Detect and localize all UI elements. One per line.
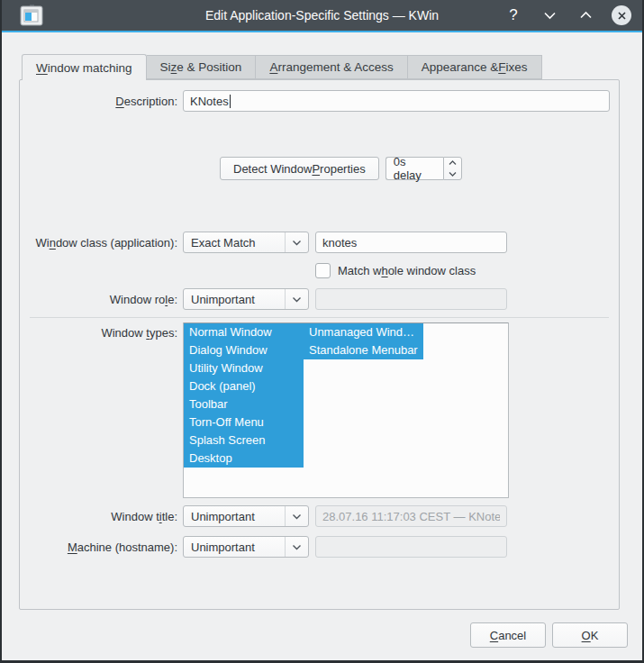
chevron-down-icon (543, 11, 557, 20)
description-input[interactable]: KNotes (183, 90, 610, 112)
minimize-button[interactable] (540, 5, 559, 25)
tab-bar: Window matching Size & Position Arrangem… (22, 53, 542, 79)
window-types-label: Window types: (20, 322, 177, 340)
chevron-down-icon (292, 240, 302, 246)
help-button[interactable]: ? (503, 5, 523, 25)
chevron-down-icon (449, 171, 457, 177)
chevron-up-icon (579, 11, 593, 20)
cancel-button[interactable]: Cancel (470, 622, 546, 648)
window-types-column: Normal WindowDialog WindowUtility Window… (184, 323, 304, 468)
tab-appearance-fixes[interactable]: Appearance & Fixes (408, 55, 542, 79)
window-class-match-value: Exact Match (184, 236, 285, 250)
description-value: KNotes (190, 95, 229, 108)
chevron-down-icon (292, 544, 302, 550)
window-title-label: Window title: (20, 510, 177, 523)
window-type-item[interactable]: Standalone Menubar (304, 341, 423, 359)
chevron-down-icon (292, 513, 302, 520)
spin-up-button[interactable] (444, 158, 461, 168)
match-whole-window-class-label: Match whole window class (338, 264, 476, 277)
chevron-down-icon (292, 296, 302, 303)
detect-window-properties-button[interactable]: Detect Window Properties (220, 157, 379, 180)
machine-hostname-label: Machine (hostname): (20, 540, 177, 554)
window-type-item[interactable]: Toolbar (184, 395, 304, 413)
window-type-item[interactable]: Utility Window (184, 359, 304, 377)
description-label: Description: (20, 95, 177, 108)
close-button[interactable] (612, 5, 631, 25)
window-type-item[interactable]: Desktop (184, 450, 304, 468)
maximize-button[interactable] (576, 5, 595, 25)
machine-match-value: Unimportant (184, 540, 285, 554)
match-whole-window-class-checkbox[interactable] (315, 263, 331, 278)
window-role-label: Window role: (20, 293, 177, 306)
ok-button[interactable]: OK (552, 622, 628, 648)
delay-value: 0s delay (385, 157, 443, 180)
window-matching-pane: Description: KNotes Detect Window Proper… (19, 79, 620, 610)
titlebar: Edit Application-Specific Settings — KWi… (2, 0, 642, 31)
tab-size-position[interactable]: Size & Position (147, 55, 257, 79)
spin-down-button[interactable] (444, 168, 461, 179)
dialog-content: Window matching Size & Position Arrangem… (2, 32, 642, 660)
window-class-input[interactable]: knotes (315, 232, 507, 253)
machine-input (315, 536, 507, 558)
window-class-match-combobox[interactable]: Exact Match (183, 232, 309, 253)
tab-arrangement-access[interactable]: Arrangement & Access (256, 55, 407, 79)
tab-window-matching[interactable]: Window matching (22, 54, 147, 80)
window-type-item[interactable]: Unmanaged Wind… (304, 323, 423, 341)
window-type-item[interactable]: Splash Screen (184, 431, 304, 450)
window-title-input: 28.07.16 11:17:03 CEST — KNotes (315, 505, 507, 527)
window-title-match-combobox[interactable]: Unimportant (183, 505, 309, 527)
window-type-item[interactable]: Dock (panel) (184, 377, 304, 395)
chevron-up-icon (449, 160, 457, 166)
kwin-settings-dialog: Edit Application-Specific Settings — KWi… (0, 0, 644, 663)
text-caret (230, 95, 231, 108)
separator-line (30, 317, 609, 318)
detect-delay-spinbox[interactable]: 0s delay (385, 157, 462, 180)
window-class-label: Window class (application): (20, 236, 177, 250)
close-icon (617, 11, 627, 21)
window-type-item[interactable]: Torn-Off Menu (184, 413, 304, 431)
window-role-match-value: Unimportant (184, 293, 285, 306)
window-role-match-combobox[interactable]: Unimportant (183, 288, 309, 310)
window-type-item[interactable]: Normal Window (184, 323, 304, 341)
match-whole-window-class-option[interactable]: Match whole window class (315, 263, 476, 278)
window-types-list[interactable]: Normal WindowDialog WindowUtility Window… (183, 322, 509, 498)
dialog-button-box: Cancel OK (470, 622, 628, 648)
window-types-column: Unmanaged Wind…Standalone Menubar (304, 323, 423, 359)
window-role-input (315, 288, 507, 310)
window-title-match-value: Unimportant (184, 510, 285, 523)
window-type-item[interactable]: Dialog Window (184, 341, 304, 359)
machine-match-combobox[interactable]: Unimportant (183, 536, 309, 558)
